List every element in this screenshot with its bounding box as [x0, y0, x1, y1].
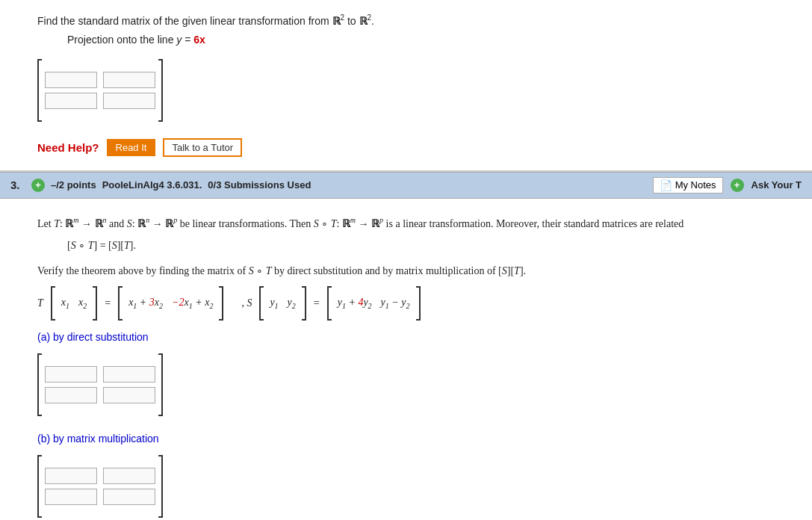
top-answer-matrix [37, 59, 163, 122]
T-label: T [37, 294, 43, 312]
part-b-left-bracket [37, 455, 42, 518]
S-right-bracket [302, 286, 306, 321]
T-input-bracket: x1 x2 [51, 286, 97, 321]
need-help-section: Need Help? Read It Talk to a Tutor [37, 138, 782, 157]
part-b-answer-matrix [37, 455, 163, 518]
part-a-input-r2c1[interactable] [45, 387, 97, 403]
talk-tutor-button[interactable]: Talk to a Tutor [163, 138, 242, 157]
S-out-left-bracket [327, 286, 332, 321]
read-it-button[interactable]: Read It [107, 139, 156, 156]
part-a-matrix-cells [45, 366, 155, 403]
projection-line: Projection onto the line y = 6x [67, 34, 782, 46]
S-left-bracket [259, 286, 264, 321]
part-a-input-r1c1[interactable] [45, 366, 97, 383]
problem3-header-right: 📄 My Notes + Ask Your T [653, 177, 802, 194]
source-label: PooleLinAlg4 3.6.031. [102, 179, 202, 191]
top-input-r1c1[interactable] [45, 72, 97, 88]
part-a-label: (a) by direct substitution [37, 331, 782, 343]
part-b-input-r2c1[interactable] [45, 489, 97, 505]
ask-tutor-plus-button[interactable]: + [731, 179, 744, 192]
S-out-r2: y1 − y2 [378, 294, 413, 312]
S-out-r1: y1 + 4y2 [335, 294, 375, 312]
T-input-matrix: x1 x2 [51, 286, 97, 321]
y-value: 6x [193, 34, 205, 46]
S-label: , S [241, 294, 252, 312]
S-output-cells: y1 + 4y2 y1 − y2 [335, 291, 413, 315]
T-out-r2: −2x1 + x2 [169, 294, 216, 312]
problem3-header-bar: 3. + –/2 points PooleLinAlg4 3.6.031. 0/… [0, 172, 812, 199]
part-b-label: (b) by matrix multiplication [37, 433, 782, 445]
part-b-matrix-cells [45, 468, 155, 505]
part-b-input-r1c2[interactable] [103, 468, 155, 484]
T-out-right-bracket [219, 286, 223, 321]
need-help-label: Need Help? [37, 141, 99, 154]
ask-tutor-label[interactable]: Ask Your T [751, 179, 802, 191]
part-a-answer-matrix [37, 353, 163, 416]
bracket-equation: [S ∘ T] = [S][T]. [67, 237, 782, 255]
part-a-right-bracket [158, 353, 163, 416]
notes-icon: 📄 [660, 179, 672, 191]
part-b-right-bracket [158, 455, 163, 518]
part-b-input-r1c1[interactable] [45, 468, 97, 484]
top-input-r1c2[interactable] [103, 72, 155, 88]
T-out-left-bracket [118, 286, 123, 321]
my-notes-label: My Notes [675, 179, 716, 191]
T-input-cells: x1 x2 [58, 291, 90, 315]
S-input-cells: y1 y2 [267, 291, 298, 315]
left-bracket [37, 59, 42, 122]
S-output-bracket: y1 + 4y2 y1 − y2 [327, 286, 421, 321]
T-output-bracket: x1 + 3x2 −2x1 + x2 [118, 286, 223, 321]
find-standard-text: Find the standard matrix of the given li… [37, 13, 782, 28]
expand-button[interactable]: + [31, 179, 45, 192]
part-a-input-r2c2[interactable] [103, 387, 155, 403]
part-a-input-r1c2[interactable] [103, 366, 155, 383]
submissions-label: 0/3 Submissions Used [208, 179, 311, 191]
S-y2: y2 [285, 294, 299, 312]
my-notes-button[interactable]: 📄 My Notes [653, 177, 723, 194]
top-matrix-cells [45, 72, 155, 109]
S-out-right-bracket [416, 286, 421, 321]
right-bracket [158, 59, 163, 122]
ts-formulas: T x1 x2 = x1 + 3x2 −2x1 + x2 [37, 286, 782, 321]
problem-number: 3. [10, 179, 25, 191]
T-output-cells: x1 + 3x2 −2x1 + x2 [125, 291, 216, 315]
points-label: –/2 points [51, 179, 96, 191]
T-x2: x2 [75, 294, 90, 312]
part-b-input-r2c2[interactable] [103, 489, 155, 505]
problem3-body: Let T: ℝm → ℝn and S: ℝn → ℝp be linear … [0, 199, 812, 520]
S-y1: y1 [267, 294, 281, 312]
T-x1: x1 [58, 294, 72, 312]
part-a-left-bracket [37, 353, 42, 416]
verify-instruction: Verify the theorem above by finding the … [37, 262, 782, 280]
top-input-r2c2[interactable] [103, 93, 155, 109]
S-equals: = [314, 294, 320, 312]
T-right-bracket [93, 286, 97, 321]
top-input-r2c1[interactable] [45, 93, 97, 109]
S-input-bracket: y1 y2 [259, 286, 306, 321]
problem3-header-left: 3. + –/2 points PooleLinAlg4 3.6.031. 0/… [10, 179, 311, 192]
T-left-bracket [51, 286, 55, 321]
theorem-statement: Let T: ℝm → ℝn and S: ℝn → ℝp be linear … [37, 214, 782, 232]
T-out-r1: x1 + 3x2 [125, 294, 166, 312]
T-equals: = [105, 294, 111, 312]
